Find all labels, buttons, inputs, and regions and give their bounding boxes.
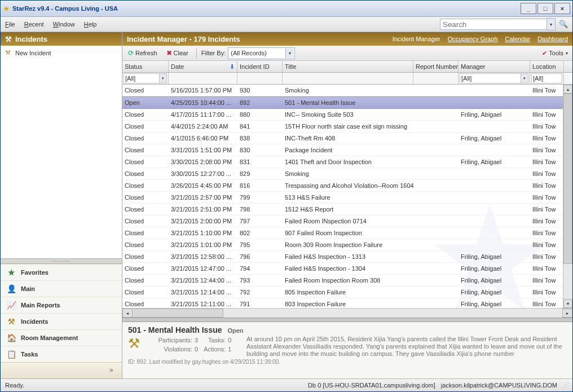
scroll-thumb-h[interactable] [132,309,223,318]
sidebar-header: ⚒ Incidents [1,32,122,46]
nav-main[interactable]: 👤Main [1,280,122,297]
nav-list: ★Favorites 👤Main 📈Main Reports ⚒Incident… [1,264,122,362]
cell-location: Illini Tow [530,170,564,177]
cell-date: 3/30/2015 12:27:00 ... [169,170,237,177]
table-row[interactable]: Open4/25/2015 10:44:00 ...892501 - Menta… [122,96,572,109]
cell-status: Closed [122,170,169,177]
cell-status: Closed [122,158,169,165]
table-row[interactable]: Closed3/21/2015 1:10:00 PM802907 Failed … [122,227,572,239]
link-occupancy-graph[interactable]: Occupancy Graph [448,36,498,42]
filter-status[interactable]: [All]▾ [124,73,167,83]
favorites-icon: ★ [6,267,16,278]
table-row[interactable]: Closed3/30/2015 2:08:00 PM8311401 Theft … [122,156,572,168]
window-title: StarRez v9.4 - Campus Living - USA [12,5,521,12]
tree-item-new-incident[interactable]: ⚒ New Incident [3,48,120,58]
scroll-right-button[interactable]: ▸ [562,309,572,318]
col-status[interactable]: Status [122,61,169,72]
table-row[interactable]: Closed4/4/2015 2:24:00 AM84115TH Floor n… [122,121,572,133]
scroll-up-button[interactable]: ▴ [563,85,572,94]
link-calendar[interactable]: Calendar [505,36,530,42]
cell-date: 3/21/2015 2:51:00 PM [169,206,237,213]
cell-status: Closed [122,277,169,284]
cell-title: Failed Room INspection 0714 [283,218,413,224]
close-button[interactable]: × [554,3,570,14]
table-row[interactable]: Closed3/21/2015 12:14:00 ...792805 Inspe… [122,287,572,298]
nav-tasks[interactable]: 📋Tasks [1,346,122,362]
table-row[interactable]: Closed3/21/2015 2:00:00 PM797Failed Room… [122,215,572,227]
table-row[interactable]: Closed3/21/2015 12:11:00 ...791803 Inspe… [122,298,572,308]
nav-main-reports[interactable]: 📈Main Reports [1,297,122,313]
cell-status: Closed [122,218,169,224]
refresh-icon: ⟳ [128,49,134,57]
filter-date[interactable] [170,74,236,83]
menu-recent[interactable]: Recent [24,21,44,28]
scroll-down-button[interactable]: ▾ [563,299,572,308]
filter-report[interactable] [415,74,457,83]
cell-manager: Friling, Abigael [459,135,530,142]
vertical-scrollbar[interactable]: ▴ ▾ [563,85,572,308]
nav-expand-icon[interactable]: » [109,366,118,375]
tools-button[interactable]: ✔Tools▾ [540,49,570,58]
nav-incidents[interactable]: ⚒Incidents [1,313,122,329]
filter-location[interactable]: [All] [531,73,562,83]
status-bar: Ready. Db 0 [US-HOU-SRDATA01.campuslivin… [1,378,572,391]
cell-status: Closed [122,301,169,307]
col-date[interactable]: Date⬇ [169,61,237,72]
menu-file[interactable]: File [5,21,15,28]
horizontal-scrollbar[interactable]: ◂ ▸ [122,308,572,318]
cell-title: INC-Theft Rm 408 [283,135,413,142]
table-row[interactable]: Closed3/21/2015 12:44:00 ...793Failed Ro… [122,275,572,287]
clear-button[interactable]: ✖Clear [163,48,192,58]
col-title[interactable]: Title [283,61,413,72]
scroll-thumb[interactable] [563,94,572,264]
col-incident-id[interactable]: Incident ID [237,61,283,72]
search-icon[interactable]: 🔍 [559,20,568,29]
menu-help[interactable]: Help [84,21,97,28]
status-ready: Ready. [5,382,24,389]
table-row[interactable]: Closed5/16/2015 1:57:00 PM930SmokingIlli… [122,85,572,96]
filter-select[interactable]: (All Records)▾ [228,47,295,59]
cell-location: Illini Tow [530,253,564,260]
table-row[interactable]: Closed3/21/2015 12:58:00 ...796Failed H&… [122,251,572,263]
menu-window[interactable]: Window [53,21,75,28]
col-location[interactable]: Location [530,61,564,72]
cell-id: 794 [237,265,283,272]
clipboard-icon: 📋 [6,349,16,359]
tree-item-label: New Incident [15,50,51,56]
sidebar-splitter[interactable]: •••••••• [1,258,122,264]
detail-splitter[interactable] [122,318,572,322]
cell-status: Closed [122,123,169,130]
table-row[interactable]: Closed4/1/2015 6:46:00 PM838INC-Theft Rm… [122,133,572,144]
scroll-left-button[interactable]: ◂ [122,309,133,318]
filter-title[interactable] [284,74,412,83]
person-icon: 👤 [6,284,16,294]
link-incident-manager[interactable]: Incident Manager [393,36,440,42]
table-row[interactable]: Closed3/31/2015 1:51:00 PM830Package Inc… [122,144,572,156]
cell-id: 798 [237,206,283,213]
table-row[interactable]: Closed3/21/2015 2:57:00 PM799513 H&S Fai… [122,192,572,204]
table-row[interactable]: Closed4/17/2015 11:17:00 ...880INC-- Smo… [122,109,572,121]
refresh-button[interactable]: ⟳Refresh [125,48,161,58]
minimize-button[interactable]: _ [521,3,536,14]
cell-id: 830 [237,147,283,153]
search-dropdown[interactable]: ▾ [546,18,556,30]
link-dashboard[interactable]: Dashboard [537,36,568,42]
filter-id[interactable] [239,74,281,83]
grid-body[interactable]: ▴ ▾ Closed5/16/2015 1:57:00 PM930Smoking… [122,85,572,308]
cell-id: 802 [237,230,283,236]
table-row[interactable]: Closed3/21/2015 2:51:00 PM7981512 H&S Re… [122,204,572,215]
nav-room-management[interactable]: 🏠Room Management [1,329,122,346]
chevron-down-icon: ▾ [566,51,568,56]
search-input[interactable] [440,19,547,30]
table-row[interactable]: Closed3/30/2015 12:27:00 ...829SmokingIl… [122,168,572,180]
maximize-button[interactable]: □ [537,3,553,14]
table-row[interactable]: Closed3/21/2015 12:47:00 ...794Failed H&… [122,263,572,275]
filter-manager[interactable]: [All]▾ [460,73,528,83]
resize-grip-icon[interactable]: ⋰ [563,382,568,389]
detail-status: Open [227,327,243,334]
table-row[interactable]: Closed3/26/2015 4:45:00 PM816Trespassing… [122,180,572,192]
col-report-number[interactable]: Report Number [413,61,459,72]
table-row[interactable]: Closed3/21/2015 1:01:00 PM795Room 309 Ro… [122,239,572,251]
col-manager[interactable]: Manager [459,61,530,72]
nav-favorites[interactable]: ★Favorites [1,264,122,280]
